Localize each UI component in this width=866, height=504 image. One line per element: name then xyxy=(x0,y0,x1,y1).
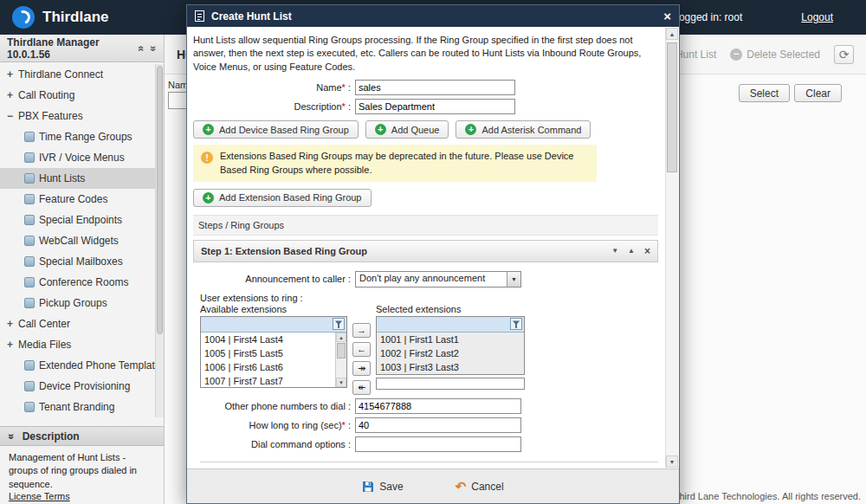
available-extension-item[interactable]: 1004 | First4 Last4 xyxy=(201,333,335,346)
other-numbers-input[interactable] xyxy=(355,398,521,414)
tree-item-label: Device Provisioning xyxy=(39,380,130,392)
tree-item-label: Special Mailboxes xyxy=(39,255,123,268)
step-collapse-icon[interactable]: ▼ xyxy=(611,247,618,255)
tree-item[interactable]: + Call Center xyxy=(0,313,155,334)
scroll-down-icon[interactable]: ▼ xyxy=(336,378,346,387)
tree-item[interactable]: Time Range Groups xyxy=(0,126,155,147)
cancel-button[interactable]: ↶ Cancel xyxy=(456,480,504,493)
tree-item[interactable]: Device Provisioning xyxy=(0,376,155,397)
step1-header[interactable]: Step 1: Extension Based Ring Group ▼ ▲ × xyxy=(193,240,658,262)
add-asterisk-command-button[interactable]: + Add Asterisk Command xyxy=(456,120,591,139)
tree-toggle-icon[interactable]: + xyxy=(7,339,18,351)
available-extension-item[interactable]: 1006 | First6 Last6 xyxy=(201,360,335,374)
scroll-up-icon[interactable]: ▲ xyxy=(336,333,346,342)
announcement-row: Announcement to caller : Don't play any … xyxy=(200,271,658,288)
warning-icon: ! xyxy=(201,152,213,164)
sidebar-tree: + Thirdlane Connect + Call Routing − PBX… xyxy=(0,64,155,424)
expand-all-icon[interactable]: » xyxy=(148,45,160,51)
intro-text: Hunt Lists allow sequential Ring Groups … xyxy=(193,34,658,74)
form-icon xyxy=(195,10,204,22)
tree-item-label: Special Endpoints xyxy=(39,214,122,226)
sidebar-header: Thirdlane Manager 10.0.1.56 « » xyxy=(0,35,164,62)
filter-funnel-icon[interactable] xyxy=(333,318,345,330)
step-delete-icon[interactable]: × xyxy=(644,245,650,257)
step-move-up-icon[interactable]: ▲ xyxy=(628,247,635,255)
scroll-thumb[interactable] xyxy=(337,343,346,359)
tree-item[interactable]: IVR / Voice Menus xyxy=(0,147,155,168)
tree-item-icon xyxy=(24,215,35,225)
tree-item-icon xyxy=(24,173,35,184)
tree-item[interactable]: Hunt Lists xyxy=(0,168,155,189)
collapse-all-icon[interactable]: « xyxy=(135,45,147,51)
transfer-buttons: → ← ↠ ↞ xyxy=(347,304,376,395)
description-section-header[interactable]: » Description xyxy=(0,426,164,446)
dial-options-input[interactable] xyxy=(355,436,521,452)
tree-item-icon xyxy=(24,381,35,391)
license-terms-link[interactable]: License Terms xyxy=(9,491,70,501)
tree-item[interactable]: WebCall Widgets xyxy=(0,230,155,251)
selected-extension-item[interactable]: 1001 | First1 Last1 xyxy=(377,333,524,346)
logout-link[interactable]: Logout xyxy=(801,11,833,23)
tree-item[interactable]: Tenant Branding xyxy=(0,397,155,417)
name-label: Name* : xyxy=(193,82,355,93)
step1-body: Announcement to caller : Don't play any … xyxy=(193,262,658,468)
thirdlane-logo-icon xyxy=(12,6,35,29)
tree-item-label: Call Center xyxy=(18,318,70,330)
tree-item[interactable]: Pickup Groups xyxy=(0,293,155,313)
description-header-label: Description xyxy=(23,430,80,443)
dropdown-arrow-icon[interactable]: ▼ xyxy=(507,272,520,287)
scroll-up-icon[interactable]: ▲ xyxy=(666,28,678,40)
sidebar: Thirdlane Manager 10.0.1.56 « » + Thirdl… xyxy=(0,35,165,504)
dialog-footer: Save ↶ Cancel xyxy=(187,468,679,503)
dialog-scrollbar-thumb[interactable] xyxy=(667,42,677,172)
announcement-select[interactable]: Don't play any announcement ▼ xyxy=(355,271,521,288)
add-extension-ring-group-button[interactable]: + Add Extension Based Ring Group xyxy=(193,189,372,207)
save-button[interactable]: Save xyxy=(362,481,403,493)
refresh-button[interactable]: ⟳ xyxy=(834,45,854,64)
available-list-scrollbar[interactable]: ▲ ▼ xyxy=(335,333,346,387)
available-extension-item[interactable]: 1007 | First7 Last7 xyxy=(201,374,335,387)
name-input[interactable] xyxy=(355,80,515,95)
dialog-scrollbar[interactable]: ▲ ▼ xyxy=(665,28,678,468)
selected-extension-item[interactable]: 1003 | First3 Last3 xyxy=(377,360,524,374)
available-extension-item[interactable]: 1005 | First5 Last5 xyxy=(201,346,335,360)
move-right-button[interactable]: → xyxy=(352,323,371,338)
filter-funnel-icon[interactable] xyxy=(510,318,522,330)
select-button[interactable]: Select xyxy=(739,84,790,102)
tree-item[interactable]: Feature Codes xyxy=(0,189,155,210)
description-input[interactable] xyxy=(355,99,515,114)
sidebar-scrollbar-thumb[interactable] xyxy=(157,66,163,334)
add-device-ring-group-button[interactable]: + Add Device Based Ring Group xyxy=(193,120,359,139)
tree-toggle-icon[interactable]: + xyxy=(7,68,18,81)
tree-item[interactable]: + Media Files xyxy=(0,334,155,355)
create-hunt-list-dialog: Create Hunt List × Hunt Lists allow sequ… xyxy=(186,4,680,504)
ring-time-input[interactable] xyxy=(355,417,521,433)
tree-item-label: Tenant Branding xyxy=(39,401,114,413)
tree-item[interactable]: + Thirdlane Connect xyxy=(0,64,155,85)
tree-item[interactable]: Extended Phone Templat... xyxy=(0,355,155,376)
announcement-value: Don't play any announcement xyxy=(356,272,507,287)
tree-toggle-icon[interactable]: − xyxy=(7,110,18,122)
add-queue-button[interactable]: + Add Queue xyxy=(365,120,449,139)
selected-extensions-input[interactable] xyxy=(376,378,525,390)
tree-item[interactable]: Special Mailboxes xyxy=(0,251,155,272)
tree-item[interactable]: Special Endpoints xyxy=(0,210,155,230)
tree-item[interactable]: + Call Routing xyxy=(0,85,155,106)
move-left-button[interactable]: ← xyxy=(352,342,371,357)
tree-item-label: Hunt Lists xyxy=(39,172,85,184)
move-all-right-button[interactable]: ↠ xyxy=(352,361,371,376)
tree-toggle-icon[interactable]: + xyxy=(7,89,18,101)
tree-toggle-icon[interactable]: + xyxy=(7,318,18,330)
clear-button[interactable]: Clear xyxy=(794,84,842,102)
close-icon[interactable]: × xyxy=(663,10,671,23)
delete-selected-button[interactable]: − Delete Selected xyxy=(730,48,820,61)
user-extensions-label: User extensions to ring : xyxy=(200,293,658,303)
selected-extension-item[interactable]: 1002 | First2 Last2 xyxy=(377,346,524,360)
move-all-left-button[interactable]: ↞ xyxy=(352,380,371,395)
tree-item[interactable]: − PBX Features xyxy=(0,106,155,126)
tree-item[interactable]: Conference Rooms xyxy=(0,272,155,293)
tree-item-label: Thirdlane Connect xyxy=(18,68,103,81)
sidebar-scrollbar[interactable] xyxy=(155,64,164,417)
announcement-label: Announcement to caller : xyxy=(200,274,355,284)
scroll-down-icon[interactable]: ▼ xyxy=(666,456,678,468)
